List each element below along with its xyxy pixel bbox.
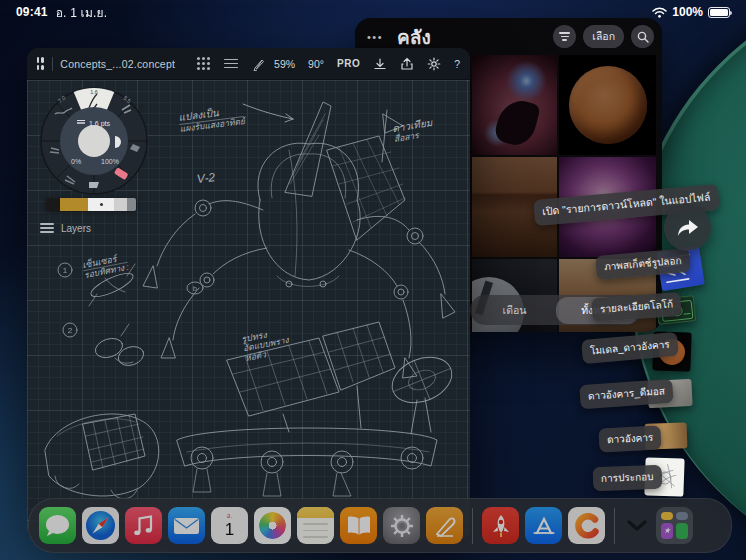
layers-icon	[40, 221, 54, 235]
app-photos[interactable]	[254, 507, 291, 544]
app-music[interactable]	[125, 507, 162, 544]
swatch-lightgray[interactable]	[114, 198, 127, 211]
swatch-gold[interactable]	[60, 198, 88, 211]
tool-wheel[interactable]: 1.6 7.0 5.5 1.6 pts 0% 100%	[39, 86, 149, 196]
color-swatch-bar[interactable]	[46, 198, 136, 211]
pro-badge[interactable]: PRO	[337, 58, 360, 69]
dock-divider	[472, 508, 473, 544]
mail-envelope-icon	[168, 507, 205, 544]
swatch-black[interactable]	[46, 198, 60, 211]
app-concepts[interactable]	[426, 507, 463, 544]
app-safari[interactable]	[82, 507, 119, 544]
battery-icon	[708, 7, 730, 18]
document-title[interactable]: Concepts_...02.concept	[60, 58, 175, 70]
dock: อ. 1	[28, 498, 732, 553]
forward-arrow-icon	[677, 219, 699, 237]
music-note-icon	[125, 507, 162, 544]
file-label-assembly[interactable]: การประกอบ	[593, 465, 662, 491]
appstore-a-icon	[531, 513, 557, 539]
selected-size: 1.6	[90, 89, 98, 95]
opacity-min: 0%	[71, 158, 81, 165]
menu-lines-icon[interactable]	[224, 56, 238, 70]
battery-percent: 100%	[672, 5, 703, 19]
settings-gear-icon[interactable]	[427, 57, 441, 71]
window-more-menu[interactable]: •••	[367, 31, 383, 43]
photos-flower-icon	[259, 512, 286, 539]
svg-text:2: 2	[68, 326, 73, 335]
opacity-max: 100%	[101, 158, 119, 165]
share-forward-button[interactable]	[664, 204, 711, 251]
status-bar: 09:41 อ. 1 เม.ย. 100%	[0, 0, 746, 22]
pen-mode-icon[interactable]	[252, 57, 266, 71]
select-button[interactable]: เลือก	[583, 25, 624, 48]
app-appstore[interactable]	[525, 507, 562, 544]
app-notes[interactable]	[297, 507, 334, 544]
filter-icon	[559, 30, 570, 42]
ipad-screen: { "status_bar": { "time": "09:41", "date…	[0, 0, 746, 560]
settings-gear-icon	[389, 513, 415, 539]
annotation-version: V-2	[196, 171, 216, 187]
mars-sphere	[569, 66, 647, 144]
rotation-angle[interactable]: 90°	[308, 58, 324, 70]
clock: 09:41	[16, 5, 48, 19]
library-mini-camera	[676, 512, 688, 520]
rocket-icon	[488, 513, 514, 539]
export-share-icon[interactable]	[400, 57, 414, 71]
concepts-app-window[interactable]: 1 2 b แปลงเป็น แผงรับแสงอาทิตย์ ดาวเทียม…	[27, 48, 470, 540]
app-mail[interactable]	[168, 507, 205, 544]
books-open-book-icon	[346, 515, 372, 537]
svg-text:1: 1	[63, 266, 68, 275]
app-messages[interactable]	[39, 507, 76, 544]
zoom-level[interactable]: 59%	[274, 58, 295, 70]
dock-chevron-down[interactable]	[624, 520, 650, 531]
swatch-gray[interactable]	[127, 198, 136, 211]
dock-divider-2	[614, 508, 615, 544]
gallery-grid-icon[interactable]	[37, 57, 44, 70]
app-settings[interactable]	[383, 507, 420, 544]
filter-button[interactable]	[553, 25, 576, 48]
c-swirl-icon	[572, 511, 602, 541]
calendar-day: 1	[211, 521, 248, 539]
photos-title: คลัง	[397, 22, 431, 52]
date: อ. 1 เม.ย.	[56, 3, 108, 22]
app-books[interactable]	[340, 507, 377, 544]
app-library[interactable]: ★	[656, 507, 693, 544]
svg-text:b: b	[193, 285, 197, 292]
swatch-white-selected[interactable]	[88, 198, 114, 211]
app-c-swirl[interactable]	[568, 507, 605, 544]
chevron-down-icon	[627, 520, 647, 531]
messages-bubble-icon	[39, 507, 76, 544]
app-calendar[interactable]: อ. 1	[211, 507, 248, 544]
nebula-dark-cloud	[492, 96, 541, 149]
layers-button[interactable]: Layers	[40, 221, 91, 235]
library-mini-green	[676, 523, 688, 540]
layers-label: Layers	[61, 223, 91, 234]
help-button[interactable]: ?	[454, 58, 460, 70]
search-button[interactable]	[631, 25, 654, 48]
notes-yellow-strip	[297, 507, 334, 518]
concepts-pen-icon	[431, 512, 459, 540]
library-mini-star: ★	[661, 523, 673, 540]
wifi-icon	[652, 7, 667, 18]
safari-compass-icon	[85, 510, 116, 541]
app-rocket[interactable]	[482, 507, 519, 544]
photo-horsehead-nebula[interactable]	[472, 55, 557, 155]
concepts-toolbar: Concepts_...02.concept 59% 90° PRO	[27, 48, 470, 80]
import-icon[interactable]	[373, 57, 387, 71]
search-icon	[637, 31, 649, 43]
segment-months[interactable]: เดือน	[473, 297, 556, 324]
wheel-center-button[interactable]	[78, 125, 110, 157]
library-mini-lightbulb	[661, 512, 673, 520]
file-label-mars[interactable]: ดาวอังคาร	[598, 425, 661, 452]
photo-mars-globe[interactable]	[559, 55, 656, 155]
snap-grid-icon[interactable]	[197, 57, 210, 70]
